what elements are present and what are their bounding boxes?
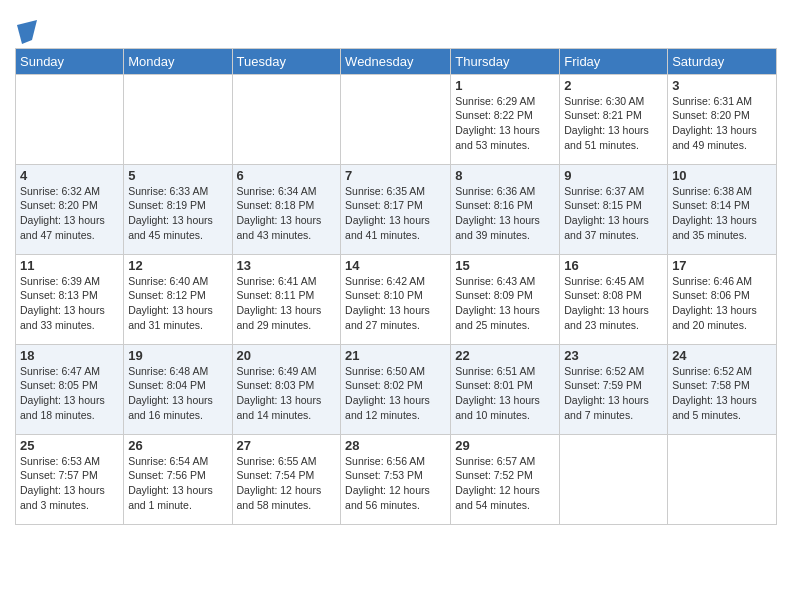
day-info: Sunrise: 6:42 AM Sunset: 8:10 PM Dayligh…	[345, 274, 446, 333]
day-info: Sunrise: 6:41 AM Sunset: 8:11 PM Dayligh…	[237, 274, 337, 333]
calendar-cell	[560, 434, 668, 524]
day-number: 6	[237, 168, 337, 183]
day-info: Sunrise: 6:53 AM Sunset: 7:57 PM Dayligh…	[20, 454, 119, 513]
day-number: 7	[345, 168, 446, 183]
calendar-cell: 17Sunrise: 6:46 AM Sunset: 8:06 PM Dayli…	[668, 254, 777, 344]
calendar-cell: 4Sunrise: 6:32 AM Sunset: 8:20 PM Daylig…	[16, 164, 124, 254]
calendar-cell: 14Sunrise: 6:42 AM Sunset: 8:10 PM Dayli…	[341, 254, 451, 344]
day-number: 26	[128, 438, 227, 453]
calendar-cell: 15Sunrise: 6:43 AM Sunset: 8:09 PM Dayli…	[451, 254, 560, 344]
header-friday: Friday	[560, 48, 668, 74]
day-number: 10	[672, 168, 772, 183]
day-info: Sunrise: 6:47 AM Sunset: 8:05 PM Dayligh…	[20, 364, 119, 423]
calendar-cell: 28Sunrise: 6:56 AM Sunset: 7:53 PM Dayli…	[341, 434, 451, 524]
day-number: 13	[237, 258, 337, 273]
calendar-week-5: 25Sunrise: 6:53 AM Sunset: 7:57 PM Dayli…	[16, 434, 777, 524]
svg-marker-0	[17, 20, 37, 44]
calendar-cell: 29Sunrise: 6:57 AM Sunset: 7:52 PM Dayli…	[451, 434, 560, 524]
day-info: Sunrise: 6:29 AM Sunset: 8:22 PM Dayligh…	[455, 94, 555, 153]
calendar-cell	[16, 74, 124, 164]
day-info: Sunrise: 6:52 AM Sunset: 7:58 PM Dayligh…	[672, 364, 772, 423]
header-wednesday: Wednesday	[341, 48, 451, 74]
calendar-header-row: SundayMondayTuesdayWednesdayThursdayFrid…	[16, 48, 777, 74]
calendar-cell: 18Sunrise: 6:47 AM Sunset: 8:05 PM Dayli…	[16, 344, 124, 434]
logo-bird-icon	[17, 20, 37, 44]
calendar-week-4: 18Sunrise: 6:47 AM Sunset: 8:05 PM Dayli…	[16, 344, 777, 434]
day-number: 16	[564, 258, 663, 273]
calendar-cell: 24Sunrise: 6:52 AM Sunset: 7:58 PM Dayli…	[668, 344, 777, 434]
header-saturday: Saturday	[668, 48, 777, 74]
day-info: Sunrise: 6:40 AM Sunset: 8:12 PM Dayligh…	[128, 274, 227, 333]
calendar-cell: 10Sunrise: 6:38 AM Sunset: 8:14 PM Dayli…	[668, 164, 777, 254]
day-info: Sunrise: 6:35 AM Sunset: 8:17 PM Dayligh…	[345, 184, 446, 243]
day-number: 21	[345, 348, 446, 363]
day-info: Sunrise: 6:38 AM Sunset: 8:14 PM Dayligh…	[672, 184, 772, 243]
logo	[15, 16, 37, 44]
calendar-cell: 2Sunrise: 6:30 AM Sunset: 8:21 PM Daylig…	[560, 74, 668, 164]
day-number: 23	[564, 348, 663, 363]
calendar-cell	[124, 74, 232, 164]
day-info: Sunrise: 6:45 AM Sunset: 8:08 PM Dayligh…	[564, 274, 663, 333]
day-info: Sunrise: 6:55 AM Sunset: 7:54 PM Dayligh…	[237, 454, 337, 513]
calendar-cell	[232, 74, 341, 164]
calendar-cell: 12Sunrise: 6:40 AM Sunset: 8:12 PM Dayli…	[124, 254, 232, 344]
calendar-cell: 22Sunrise: 6:51 AM Sunset: 8:01 PM Dayli…	[451, 344, 560, 434]
calendar-cell: 26Sunrise: 6:54 AM Sunset: 7:56 PM Dayli…	[124, 434, 232, 524]
day-info: Sunrise: 6:56 AM Sunset: 7:53 PM Dayligh…	[345, 454, 446, 513]
day-info: Sunrise: 6:33 AM Sunset: 8:19 PM Dayligh…	[128, 184, 227, 243]
day-number: 15	[455, 258, 555, 273]
day-info: Sunrise: 6:50 AM Sunset: 8:02 PM Dayligh…	[345, 364, 446, 423]
calendar-cell: 3Sunrise: 6:31 AM Sunset: 8:20 PM Daylig…	[668, 74, 777, 164]
header-thursday: Thursday	[451, 48, 560, 74]
header-sunday: Sunday	[16, 48, 124, 74]
header-monday: Monday	[124, 48, 232, 74]
day-number: 19	[128, 348, 227, 363]
calendar-cell: 20Sunrise: 6:49 AM Sunset: 8:03 PM Dayli…	[232, 344, 341, 434]
calendar-cell: 16Sunrise: 6:45 AM Sunset: 8:08 PM Dayli…	[560, 254, 668, 344]
header-tuesday: Tuesday	[232, 48, 341, 74]
calendar-cell: 27Sunrise: 6:55 AM Sunset: 7:54 PM Dayli…	[232, 434, 341, 524]
calendar-cell: 5Sunrise: 6:33 AM Sunset: 8:19 PM Daylig…	[124, 164, 232, 254]
day-info: Sunrise: 6:46 AM Sunset: 8:06 PM Dayligh…	[672, 274, 772, 333]
calendar-cell: 9Sunrise: 6:37 AM Sunset: 8:15 PM Daylig…	[560, 164, 668, 254]
day-info: Sunrise: 6:54 AM Sunset: 7:56 PM Dayligh…	[128, 454, 227, 513]
day-info: Sunrise: 6:37 AM Sunset: 8:15 PM Dayligh…	[564, 184, 663, 243]
day-info: Sunrise: 6:31 AM Sunset: 8:20 PM Dayligh…	[672, 94, 772, 153]
calendar-week-3: 11Sunrise: 6:39 AM Sunset: 8:13 PM Dayli…	[16, 254, 777, 344]
day-number: 17	[672, 258, 772, 273]
calendar-cell	[668, 434, 777, 524]
day-number: 25	[20, 438, 119, 453]
day-number: 5	[128, 168, 227, 183]
calendar-cell: 13Sunrise: 6:41 AM Sunset: 8:11 PM Dayli…	[232, 254, 341, 344]
calendar-week-1: 1Sunrise: 6:29 AM Sunset: 8:22 PM Daylig…	[16, 74, 777, 164]
day-info: Sunrise: 6:36 AM Sunset: 8:16 PM Dayligh…	[455, 184, 555, 243]
day-number: 4	[20, 168, 119, 183]
day-number: 1	[455, 78, 555, 93]
day-number: 12	[128, 258, 227, 273]
calendar-cell: 7Sunrise: 6:35 AM Sunset: 8:17 PM Daylig…	[341, 164, 451, 254]
day-number: 18	[20, 348, 119, 363]
day-info: Sunrise: 6:52 AM Sunset: 7:59 PM Dayligh…	[564, 364, 663, 423]
day-number: 29	[455, 438, 555, 453]
day-info: Sunrise: 6:32 AM Sunset: 8:20 PM Dayligh…	[20, 184, 119, 243]
calendar-cell: 19Sunrise: 6:48 AM Sunset: 8:04 PM Dayli…	[124, 344, 232, 434]
day-number: 11	[20, 258, 119, 273]
day-info: Sunrise: 6:51 AM Sunset: 8:01 PM Dayligh…	[455, 364, 555, 423]
day-number: 20	[237, 348, 337, 363]
day-number: 2	[564, 78, 663, 93]
logo-text	[15, 16, 37, 44]
page-header	[15, 10, 777, 44]
day-info: Sunrise: 6:57 AM Sunset: 7:52 PM Dayligh…	[455, 454, 555, 513]
day-info: Sunrise: 6:30 AM Sunset: 8:21 PM Dayligh…	[564, 94, 663, 153]
day-number: 8	[455, 168, 555, 183]
day-info: Sunrise: 6:43 AM Sunset: 8:09 PM Dayligh…	[455, 274, 555, 333]
calendar-week-2: 4Sunrise: 6:32 AM Sunset: 8:20 PM Daylig…	[16, 164, 777, 254]
day-info: Sunrise: 6:48 AM Sunset: 8:04 PM Dayligh…	[128, 364, 227, 423]
day-number: 9	[564, 168, 663, 183]
day-number: 3	[672, 78, 772, 93]
day-info: Sunrise: 6:34 AM Sunset: 8:18 PM Dayligh…	[237, 184, 337, 243]
calendar-cell: 25Sunrise: 6:53 AM Sunset: 7:57 PM Dayli…	[16, 434, 124, 524]
calendar-cell: 11Sunrise: 6:39 AM Sunset: 8:13 PM Dayli…	[16, 254, 124, 344]
day-info: Sunrise: 6:39 AM Sunset: 8:13 PM Dayligh…	[20, 274, 119, 333]
calendar-cell: 21Sunrise: 6:50 AM Sunset: 8:02 PM Dayli…	[341, 344, 451, 434]
